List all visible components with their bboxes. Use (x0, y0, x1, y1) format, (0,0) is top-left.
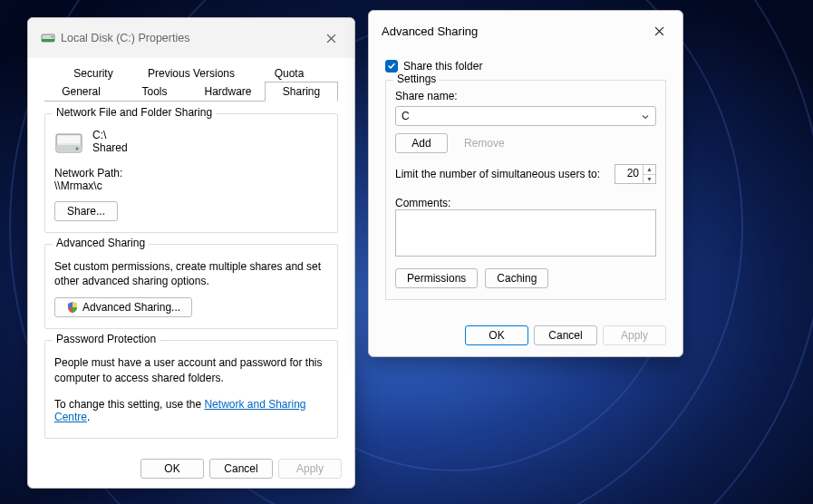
comments-textarea[interactable] (395, 209, 656, 257)
tab-security[interactable]: Security (44, 63, 142, 82)
add-button[interactable]: Add (395, 133, 448, 153)
tab-general[interactable]: General (44, 82, 118, 102)
share-button[interactable]: Share... (54, 201, 118, 221)
dialog-buttons: OK Cancel Apply (465, 325, 666, 345)
limit-users-label: Limit the number of simultaneous users t… (395, 168, 600, 180)
close-button[interactable] (643, 18, 675, 44)
settings-group: Settings Share name: C Add Remove Limit … (385, 80, 666, 300)
tab-previous-versions[interactable]: Previous Versions (142, 63, 240, 82)
password-change-suffix: . (87, 411, 90, 423)
titlebar: Advanced Sharing (369, 11, 682, 51)
share-name-combo[interactable]: C (395, 106, 656, 126)
properties-window: Local Disk (C:) Properties Security Prev… (27, 17, 355, 489)
group-legend: Password Protection (53, 333, 160, 345)
password-change-prefix: To change this setting, use the (54, 398, 204, 411)
apply-button[interactable]: Apply (603, 325, 666, 345)
advanced-sharing-button[interactable]: Advanced Sharing... (54, 297, 192, 317)
password-desc: People must have a user account and pass… (54, 355, 328, 384)
dialog-buttons: OK Cancel Apply (140, 459, 342, 479)
advanced-sharing-window: Advanced Sharing Share this folder Setti… (368, 10, 683, 357)
svg-rect-6 (58, 136, 80, 143)
ok-button[interactable]: OK (140, 459, 204, 479)
tabs-row-2: General Tools Hardware Sharing (28, 82, 354, 102)
tab-hardware[interactable]: Hardware (191, 82, 265, 102)
titlebar: Local Disk (C:) Properties (28, 18, 354, 58)
group-password-protection: Password Protection People must have a u… (44, 340, 338, 438)
spinner-up-icon[interactable]: ▲ (644, 165, 655, 175)
share-name-label: Share name: (395, 90, 656, 102)
share-name-value: C (402, 110, 410, 122)
tabs-row-1: Security Previous Versions Quota (28, 63, 354, 82)
svg-point-5 (76, 148, 79, 150)
group-legend: Advanced Sharing (53, 237, 149, 249)
remove-button[interactable]: Remove (453, 133, 516, 153)
ok-button[interactable]: OK (465, 325, 528, 345)
group-advanced-sharing: Advanced Sharing Set custom permissions,… (44, 244, 338, 329)
tab-tools[interactable]: Tools (118, 82, 191, 102)
svg-rect-1 (42, 39, 54, 42)
advanced-sharing-button-label: Advanced Sharing... (82, 301, 180, 314)
group-network-sharing: Network File and Folder Sharing C:\ Shar… (44, 113, 338, 233)
network-path-label: Network Path: (54, 167, 328, 179)
shield-icon (66, 301, 79, 314)
chevron-down-icon (641, 111, 650, 124)
drive-icon (41, 31, 55, 45)
window-title: Local Disk (C:) Properties (61, 32, 189, 44)
share-folder-checkbox[interactable] (385, 60, 398, 73)
share-folder-label: Share this folder (403, 60, 482, 73)
settings-legend: Settings (393, 73, 440, 85)
drive-label: C:\ (92, 129, 128, 141)
permissions-button[interactable]: Permissions (395, 268, 478, 288)
drive-icon-large (54, 129, 83, 158)
cancel-button[interactable]: Cancel (534, 325, 597, 345)
cancel-button[interactable]: Cancel (209, 459, 273, 479)
tab-sharing[interactable]: Sharing (265, 82, 338, 102)
limit-users-spinner[interactable]: 20 ▲ ▼ (615, 164, 656, 184)
share-status: Shared (92, 141, 128, 154)
limit-users-value: 20 (615, 165, 643, 183)
comments-label: Comments: (395, 197, 656, 209)
window-title: Advanced Sharing (382, 24, 478, 38)
caching-button[interactable]: Caching (485, 268, 548, 288)
network-path-value: \\Mrmax\c (54, 179, 328, 192)
svg-point-2 (52, 36, 53, 38)
spinner-down-icon[interactable]: ▼ (644, 175, 655, 184)
close-button[interactable] (315, 25, 347, 51)
tab-quota[interactable]: Quota (240, 63, 338, 82)
group-legend: Network File and Folder Sharing (53, 106, 216, 119)
advanced-sharing-desc: Set custom permissions, create multiple … (54, 259, 328, 288)
apply-button[interactable]: Apply (278, 459, 342, 479)
